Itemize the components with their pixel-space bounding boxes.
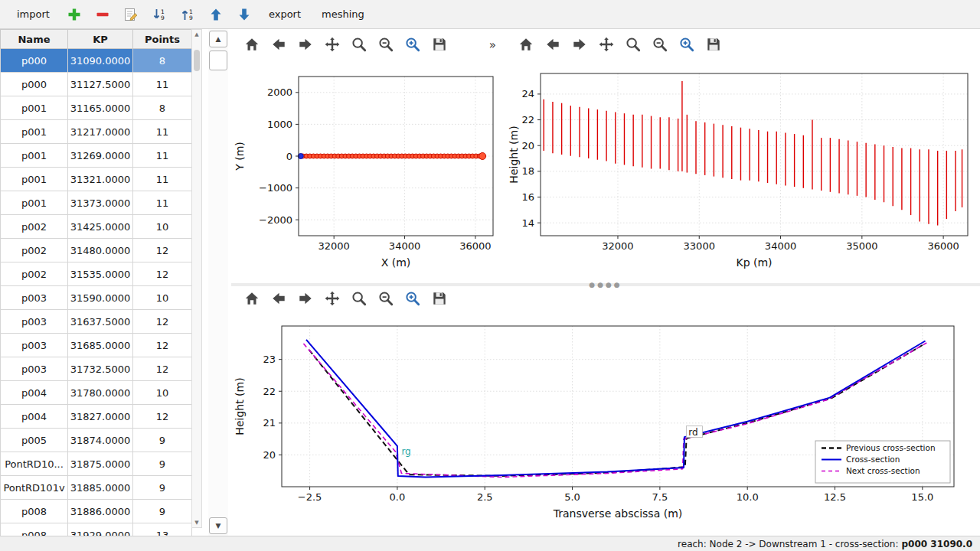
pan-button[interactable] [322, 289, 342, 309]
zoom-icon [351, 36, 368, 53]
edit-section-button[interactable] [119, 3, 142, 26]
table-row[interactable]: p00431827.000012 [1, 405, 192, 429]
scroll-up-icon[interactable]: ▲ [192, 30, 201, 39]
zoom-icon [625, 36, 642, 53]
back-button[interactable] [269, 289, 289, 309]
home-button[interactable] [516, 35, 536, 55]
table-row[interactable]: p00331637.500012 [1, 310, 192, 334]
column-header-name[interactable]: Name [1, 30, 68, 49]
table-row[interactable]: p00231535.000012 [1, 262, 192, 286]
pan-icon [598, 36, 615, 53]
zoom-button[interactable] [349, 289, 369, 309]
zoom-button[interactable] [623, 35, 643, 55]
sort-descending-button[interactable]: 19 [176, 3, 199, 26]
zoom-in-icon [404, 36, 421, 53]
remove-section-button[interactable] [91, 3, 114, 26]
svg-text:34000: 34000 [389, 240, 420, 252]
table-row[interactable]: p00131165.00008 [1, 96, 192, 120]
zoom-icon [351, 290, 368, 307]
table-scrollbar-thumb[interactable] [194, 50, 200, 71]
zoom-in-button[interactable] [403, 289, 423, 309]
zoom-button[interactable] [349, 35, 369, 55]
toolbar-overflow-icon[interactable]: » [489, 38, 499, 52]
save-icon [431, 290, 448, 307]
table-row[interactable]: p00231480.000012 [1, 239, 192, 262]
svg-text:−2000: −2000 [259, 214, 292, 226]
pan-button[interactable] [322, 35, 342, 55]
export-button[interactable]: export [261, 5, 309, 23]
back-button[interactable] [269, 35, 289, 55]
zoom-out-icon [652, 36, 668, 53]
zoom-in-button[interactable] [403, 35, 423, 55]
table-cell: 31732.5000 [68, 357, 133, 381]
forward-button[interactable] [296, 289, 315, 309]
table-cell: p001 [1, 191, 68, 215]
add-section-button[interactable] [63, 3, 86, 26]
zoom-out-button[interactable] [376, 289, 396, 309]
zoom-out-button[interactable] [650, 35, 670, 55]
forward-button[interactable] [570, 35, 590, 55]
table-scrollbar[interactable]: ▲ ▼ [191, 29, 202, 528]
table-row[interactable]: p00531874.00009 [1, 429, 192, 452]
splitter-handle[interactable]: ●●●● [231, 283, 980, 286]
table-cell: p003 [1, 334, 68, 357]
save-button[interactable] [430, 289, 449, 309]
table-row[interactable]: p00131321.000011 [1, 168, 192, 191]
table-row[interactable]: p00131217.000011 [1, 120, 192, 144]
table-row[interactable]: p00231425.000010 [1, 215, 192, 239]
svg-text:15.0: 15.0 [911, 491, 933, 503]
chart-canvas: −2.50.02.55.07.510.012.515.020212223Tran… [231, 312, 980, 536]
table-row[interactable]: p00431780.000010 [1, 381, 192, 405]
sort-ascending-button[interactable]: 19 [148, 3, 171, 26]
table-cell: PontRD101v [1, 476, 68, 500]
table-row[interactable]: p00131269.000011 [1, 144, 192, 168]
table-row[interactable]: p00131373.000011 [1, 191, 192, 215]
column-header-kp[interactable]: KP [68, 30, 133, 49]
table-row[interactable]: p00331732.500012 [1, 357, 192, 381]
panel-scroll-down-button[interactable]: ▼ [209, 517, 227, 534]
application-window: import 19 19 export meshing NameKPPoints… [0, 0, 980, 551]
svg-text:5.0: 5.0 [564, 491, 580, 503]
column-header-points[interactable]: Points [133, 30, 192, 49]
table-cell: p004 [1, 381, 68, 405]
svg-text:2000: 2000 [267, 86, 292, 98]
zoom-in-button[interactable] [677, 35, 697, 55]
scroll-down-icon[interactable]: ▼ [192, 518, 201, 527]
move-down-button[interactable] [233, 3, 256, 26]
cross-section-plot[interactable]: −2.50.02.55.07.510.012.515.020212223Tran… [231, 312, 980, 536]
svg-text:9: 9 [189, 15, 193, 21]
panel-scroll-up-button[interactable]: ▲ [209, 31, 227, 47]
table-row[interactable]: PontRD101v31885.00009 [1, 476, 192, 500]
table-cell: p002 [1, 239, 68, 262]
svg-text:22: 22 [263, 386, 276, 397]
import-button[interactable]: import [9, 5, 57, 23]
table-cell: p008 [1, 500, 68, 523]
save-button[interactable] [430, 35, 449, 55]
move-up-button[interactable] [204, 3, 227, 26]
table-row[interactable]: p00331590.000010 [1, 286, 192, 310]
back-button[interactable] [543, 35, 563, 55]
table-row[interactable]: p00031127.500011 [1, 73, 192, 96]
meshing-button[interactable]: meshing [314, 5, 372, 23]
svg-text:9: 9 [161, 15, 165, 21]
table-cell: p003 [1, 310, 68, 334]
svg-text:7.5: 7.5 [652, 491, 668, 503]
table-row[interactable]: p00031090.00008 [1, 49, 192, 73]
panel-scrollbar[interactable]: ▲ ▼ [208, 29, 228, 536]
home-button[interactable] [242, 289, 262, 309]
pan-button[interactable] [596, 35, 616, 55]
panel-scrollbar-thumb[interactable] [209, 51, 227, 70]
plan-view-plot[interactable]: 320003400036000200010000−1000−2000X (m)Y… [231, 60, 504, 283]
table-cell: 31090.0000 [68, 49, 133, 73]
table-cell: 31127.5000 [68, 73, 133, 96]
save-button[interactable] [704, 35, 724, 55]
home-button[interactable] [242, 35, 262, 55]
table-row[interactable]: PontRD10...31875.00009 [1, 452, 192, 476]
forward-icon [297, 290, 314, 307]
table-row[interactable]: p00831886.00009 [1, 500, 192, 523]
forward-button[interactable] [296, 35, 315, 55]
longitudinal-profile-plot[interactable]: 3200033000340003500036000141618202224Kp … [505, 60, 980, 283]
zoom-out-button[interactable] [376, 35, 396, 55]
table-row[interactable]: p00331685.000012 [1, 334, 192, 357]
pan-icon [324, 290, 341, 307]
